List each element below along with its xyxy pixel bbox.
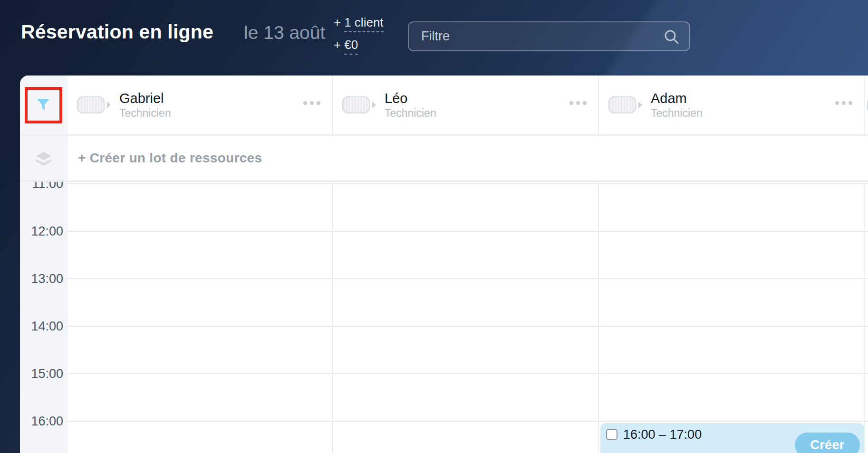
clients-count-link[interactable]: 1 client <box>344 15 383 32</box>
filter-funnel-icon <box>35 97 51 113</box>
resource-name: Léo <box>385 91 436 106</box>
column-divider <box>864 182 865 453</box>
day-summary: +1 client +€0 <box>334 15 384 60</box>
filter-input[interactable] <box>409 22 689 50</box>
time-label: 15:00 <box>20 366 63 381</box>
time-label: 14:00 <box>20 319 63 334</box>
layers-icon <box>35 151 52 168</box>
more-options-button[interactable] <box>835 101 852 105</box>
time-label: 13:00 <box>20 271 63 286</box>
resource-name: Adam <box>651 91 703 106</box>
avatar[interactable] <box>608 96 636 113</box>
more-options-button[interactable] <box>569 101 587 105</box>
scheduler-board: Gabriel Technicien Léo Technicien Adam T… <box>20 76 868 453</box>
filter-search-box[interactable] <box>408 21 690 51</box>
time-label: 12:00 <box>20 224 63 239</box>
column-divider <box>332 182 333 453</box>
more-options-button[interactable] <box>303 101 320 105</box>
revenue-amount-link[interactable]: €0 <box>344 38 358 55</box>
header-date: le 13 août <box>244 22 325 43</box>
hour-line <box>68 421 868 422</box>
hour-line <box>68 231 868 232</box>
hour-line <box>68 278 868 279</box>
resource-role: Technicien <box>651 107 703 119</box>
chevron-right-icon <box>107 102 111 108</box>
revenue-plus: + <box>334 38 341 52</box>
column-divider <box>598 182 599 453</box>
avatar[interactable] <box>77 96 105 113</box>
search-icon[interactable] <box>663 28 681 48</box>
slot-time-range: 16:00 – 17:00 <box>623 427 702 442</box>
resource-header-leo[interactable]: Léo Technicien <box>333 76 598 134</box>
create-batch-row[interactable]: + Créer un lot de ressources <box>20 136 868 180</box>
resource-role: Technicien <box>119 107 171 119</box>
filter-funnel-button[interactable] <box>35 97 51 115</box>
chevron-right-icon <box>638 102 642 108</box>
time-grid[interactable]: 11:00 12:00 13:00 14:00 15:00 16:00 16:0… <box>20 182 868 453</box>
resource-header-gabriel[interactable]: Gabriel Technicien <box>68 76 332 134</box>
time-label: 16:00 <box>20 414 63 429</box>
hour-line <box>68 373 868 374</box>
hour-line <box>68 183 868 184</box>
page-title: Réservation en ligne <box>21 21 213 43</box>
resource-role: Technicien <box>385 107 436 119</box>
clients-summary[interactable]: +1 client <box>334 15 384 32</box>
slot-checkbox[interactable] <box>606 429 617 440</box>
chevron-right-icon <box>372 102 376 108</box>
column-divider <box>864 76 865 134</box>
revenue-summary[interactable]: +€0 <box>334 38 384 55</box>
resource-name: Gabriel <box>119 91 171 106</box>
resource-header-adam[interactable]: Adam Technicien <box>599 76 864 134</box>
clients-plus: + <box>334 15 341 29</box>
avatar[interactable] <box>342 96 370 113</box>
hour-line <box>68 326 868 327</box>
resource-header-row: Gabriel Technicien Léo Technicien Adam T… <box>20 76 868 134</box>
create-batch-label[interactable]: + Créer un lot de ressources <box>78 151 262 166</box>
create-button[interactable]: Créer <box>795 433 860 453</box>
selected-slot[interactable]: 16:00 – 17:00 Créer <box>600 423 864 453</box>
time-label: 11:00 <box>20 182 63 191</box>
